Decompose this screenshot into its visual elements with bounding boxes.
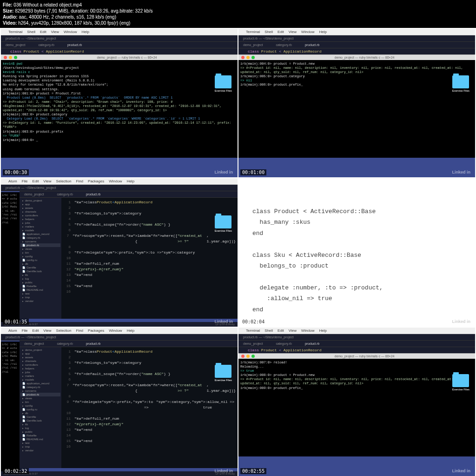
timestamp: 00:00:30 bbox=[3, 169, 29, 175]
tree-item[interactable]: test bbox=[20, 441, 60, 445]
folder-icon bbox=[215, 75, 231, 88]
tree-item[interactable]: app bbox=[20, 202, 60, 206]
tree-item[interactable]: README.md bbox=[20, 288, 60, 292]
tree-item[interactable]: category.rb bbox=[20, 236, 60, 240]
editor-tabs: product.rb — ~/Sites/demo_project bbox=[1, 35, 238, 42]
editor-statusbar: app/models/product.rb 9:37LF UTF-8 Ruby bbox=[1, 322, 238, 327]
tree-item[interactable]: models bbox=[20, 228, 60, 232]
tree-item[interactable]: bin bbox=[20, 251, 60, 255]
tree-item[interactable]: Gemfile.lock bbox=[20, 419, 60, 422]
tree-item[interactable]: assets bbox=[20, 355, 60, 359]
tree-item[interactable]: lib bbox=[20, 422, 60, 426]
slide-code: class Product < ActiveRecord::Base has_m… bbox=[252, 206, 461, 315]
editor-subtabs: demo_projectcategory.rbproduct.rb bbox=[1, 42, 238, 48]
tree-item[interactable]: jobs bbox=[20, 221, 60, 225]
tree-item[interactable]: lib bbox=[20, 273, 60, 277]
tree-item[interactable]: models bbox=[20, 378, 60, 382]
tree-item[interactable]: controllers bbox=[20, 363, 60, 367]
thumbnail-5: AtomFileEditViewSelectionFindPackagesWin… bbox=[1, 328, 238, 476]
tree-item[interactable]: db bbox=[20, 411, 60, 415]
tree-item[interactable]: concerns bbox=[20, 240, 60, 243]
mac-menubar: TerminalShellEditViewWindowHelp bbox=[238, 29, 475, 35]
tree-item[interactable]: mailers bbox=[20, 225, 60, 228]
code-editor[interactable]: 1"kw">class Product < ApplicationRecord2… bbox=[61, 198, 238, 319]
tree-item[interactable]: README.md bbox=[20, 437, 60, 441]
exercise-files-folder[interactable]: Exercise Files bbox=[452, 75, 469, 92]
tree-item[interactable]: db bbox=[20, 262, 60, 266]
tree-item[interactable]: concerns bbox=[20, 389, 60, 393]
tree-item[interactable]: channels bbox=[20, 210, 60, 214]
tree-item[interactable]: demo_project bbox=[20, 199, 60, 202]
tree-item[interactable]: app bbox=[20, 352, 60, 355]
code-header: class Product < ApplicationRecord bbox=[1, 48, 238, 54]
terminal-output[interactable]: kevin$ pwd/Users/kevinskoglund/Sites/dem… bbox=[1, 60, 238, 158]
tree-item[interactable]: Rakefile bbox=[20, 284, 60, 288]
tree-item[interactable]: helpers bbox=[20, 367, 60, 370]
tree-item[interactable]: Gemfile bbox=[20, 415, 60, 419]
file-tree[interactable]: demo_projectappassetschannelscontrollers… bbox=[20, 347, 61, 468]
tree-item[interactable]: views bbox=[20, 247, 60, 251]
tree-item[interactable]: log bbox=[20, 426, 60, 430]
tree-item[interactable]: views bbox=[20, 396, 60, 400]
thumbnail-3: AtomFileEditViewSelectionFindPackagesWin… bbox=[1, 178, 238, 327]
tree-item[interactable]: config bbox=[20, 255, 60, 258]
tree-item[interactable]: application_record bbox=[20, 232, 60, 236]
thumbnail-4: class Product < ActiveRecord::Base has_m… bbox=[238, 178, 475, 327]
tree-item[interactable]: config bbox=[20, 404, 60, 408]
tree-item[interactable]: demo_project bbox=[20, 348, 60, 352]
file-tree[interactable]: demo_projectappassetschannelscontrollers… bbox=[20, 198, 61, 319]
tree-item[interactable]: log bbox=[20, 277, 60, 281]
tree-item[interactable]: assets bbox=[20, 206, 60, 210]
thumbnail-6: TerminalShellEditViewWindowHelp product.… bbox=[238, 328, 475, 476]
thumbnail-1: TerminalShellEditViewWindowHelp product.… bbox=[1, 29, 238, 177]
terminal-output[interactable]: irb(main):004:0> product = Product.new=>… bbox=[238, 60, 475, 158]
tree-item[interactable]: config.ru bbox=[20, 258, 60, 262]
tree-item[interactable]: vendor bbox=[20, 449, 60, 452]
tree-item[interactable]: jobs bbox=[20, 370, 60, 374]
background-terminal: irb( irb( => # esto cate irb( irb( Modu … bbox=[1, 192, 20, 327]
tree-item[interactable]: category.rb bbox=[20, 385, 60, 389]
tree-item[interactable]: public bbox=[20, 281, 60, 284]
tree-item[interactable]: helpers bbox=[20, 217, 60, 221]
tree-item[interactable]: controllers bbox=[20, 214, 60, 217]
tree-item[interactable]: config.ru bbox=[20, 408, 60, 411]
code-editor[interactable]: 1"kw">class Product < ApplicationRecord2… bbox=[61, 347, 238, 468]
tree-item[interactable]: Rakefile bbox=[20, 434, 60, 437]
terminal-titlebar: demo_project — ruby bin/rails c — 80×24 bbox=[1, 54, 238, 60]
tree-item[interactable]: product.rb bbox=[20, 393, 60, 396]
tree-item[interactable]: tmp bbox=[20, 445, 60, 449]
tree-item[interactable]: public bbox=[20, 430, 60, 434]
media-info-header: File: 036 Without a related object.mp4 S… bbox=[0, 0, 476, 28]
linkedin-watermark: Linked in bbox=[214, 170, 233, 174]
terminal-output[interactable]: irb(main):007:0> reload!Reloading...=> t… bbox=[238, 359, 475, 456]
tree-item[interactable]: test bbox=[20, 292, 60, 295]
tree-item[interactable]: bin bbox=[20, 400, 60, 404]
tree-item[interactable]: Gemfile.lock bbox=[20, 269, 60, 273]
mac-menubar: TerminalShellEditViewWindowHelp bbox=[1, 29, 238, 35]
tree-item[interactable]: application_record bbox=[20, 382, 60, 385]
tree-item[interactable]: mailers bbox=[20, 374, 60, 378]
exercise-files-folder[interactable]: Exercise Files bbox=[215, 75, 232, 92]
tree-item[interactable]: tmp bbox=[20, 295, 60, 299]
thumbnail-2: TerminalShellEditViewWindowHelp product.… bbox=[238, 29, 475, 177]
tree-item[interactable]: channels bbox=[20, 359, 60, 363]
tree-item[interactable]: vendor bbox=[20, 299, 60, 303]
tree-item[interactable]: product.rb bbox=[20, 243, 60, 247]
tree-item[interactable]: Gemfile bbox=[20, 266, 60, 269]
